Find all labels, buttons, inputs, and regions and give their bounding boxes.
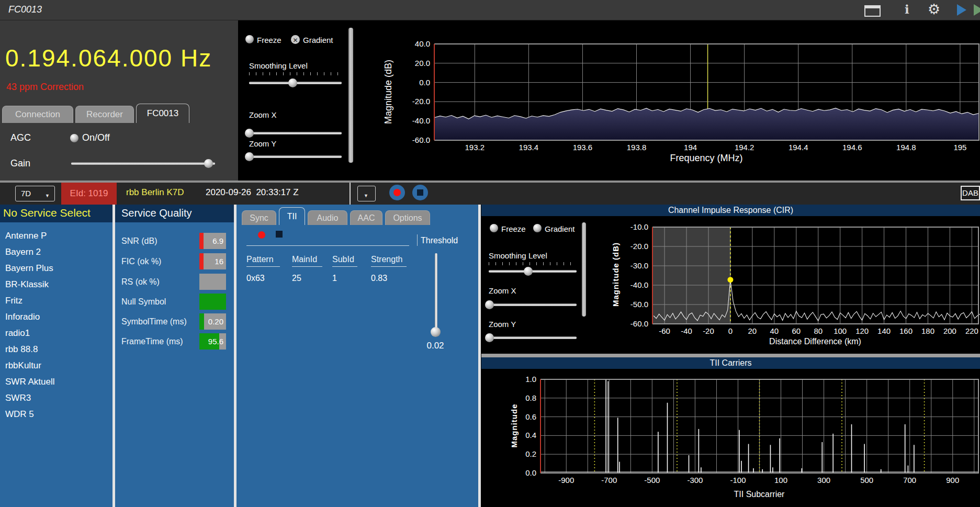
threshold-divider	[417, 234, 418, 246]
station-list: Antenne PBayern 2Bayern PlusBR-KlassikFr…	[0, 222, 112, 507]
station-item[interactable]: rbb 88.8	[0, 341, 112, 357]
station-item[interactable]: rbbKultur	[0, 357, 112, 374]
gain-label: Gain	[10, 158, 30, 169]
x-tick-label: -60	[659, 326, 670, 335]
cir-y-axis-label: Magnitude (dB)	[611, 228, 620, 322]
quality-metric-bar-fill	[199, 313, 204, 330]
quality-metric-bar: 16	[199, 253, 226, 269]
mode-badge: DAB	[961, 186, 980, 200]
zoom-y-slider[interactable]	[249, 155, 342, 158]
zoom-x-slider[interactable]	[249, 132, 342, 134]
tab-sync[interactable]: Sync	[242, 210, 276, 225]
x-tick-label: 194.4	[788, 143, 808, 152]
tii-svg: 1.00.80.60.40.20.0-900-700-500-300-10010…	[481, 369, 980, 507]
table-header-pattern: Pattern	[246, 255, 280, 267]
gradient-checkbox-checked[interactable]	[291, 35, 300, 44]
play-icon-blue[interactable]	[957, 4, 966, 16]
channel-dropdown[interactable]: 7D	[15, 186, 55, 201]
x-tick-label: 700	[903, 476, 916, 485]
threshold-slider[interactable]	[435, 253, 437, 332]
frontend-chart-controls: Freeze Gradient Smoothing Level Zoom X Z…	[238, 20, 356, 181]
y-tick-label: -40.0	[630, 280, 648, 289]
settings-gear-icon[interactable]	[928, 1, 940, 18]
stop-button[interactable]	[412, 185, 428, 200]
tab-audio[interactable]: Audio	[308, 210, 347, 225]
zoom-x-slider-knob[interactable]	[245, 129, 254, 138]
tab-aac[interactable]: AAC	[350, 210, 382, 225]
station-item[interactable]: Bayern 2	[0, 244, 112, 260]
quality-metric-value: 6.9	[212, 233, 223, 249]
station-item[interactable]: Antenne P	[0, 228, 112, 244]
station-item[interactable]: WDR 5	[0, 406, 112, 422]
quality-metric-value: 16	[215, 253, 223, 269]
ensemble-name: rbb Berlin K7D	[126, 181, 184, 205]
x-tick-label: -300	[687, 476, 703, 485]
record-options-dropdown[interactable]	[357, 186, 376, 201]
y-tick-label: 0.0	[525, 468, 536, 477]
stop-indicator-icon[interactable]	[276, 231, 283, 238]
y-tick-label: -20.0	[630, 242, 648, 251]
tab-recorder[interactable]: Recorder	[75, 106, 134, 123]
station-item[interactable]: SWR Aktuell	[0, 374, 112, 390]
y-tick-label: 40.0	[415, 39, 430, 48]
tab-options[interactable]: Options	[385, 210, 430, 225]
gain-slider-knob[interactable]	[204, 159, 213, 168]
window-icon[interactable]	[864, 5, 881, 17]
tii-carriers-chart[interactable]: 1.00.80.60.40.20.0-900-700-500-300-10010…	[481, 369, 980, 507]
cir-x-axis-label: Distance Difference (km)	[763, 337, 868, 346]
station-item[interactable]: Fritz	[0, 292, 112, 309]
quality-metric-bar: 95.6	[199, 333, 226, 350]
x-tick-label: 900	[946, 476, 959, 485]
frontend-controls-scrollbar[interactable]	[348, 28, 353, 163]
station-item[interactable]: SWR3	[0, 390, 112, 406]
y-tick-label: -50.0	[630, 300, 648, 309]
agc-label: AGC	[10, 132, 31, 143]
x-tick-label: 140	[877, 326, 891, 335]
smoothing-slider-knob[interactable]	[288, 78, 297, 87]
agc-radio[interactable]	[70, 134, 78, 142]
tab-tii[interactable]: TII	[279, 207, 305, 225]
section-splitter-handle[interactable]	[481, 354, 980, 357]
ensemble-bar-divider	[350, 183, 351, 205]
x-tick-label: 160	[899, 326, 913, 335]
ensemble-bar: 7D EId: 1019 rbb Berlin K7D 2020-09-26 2…	[0, 181, 980, 205]
tab-fc0013[interactable]: FC0013	[136, 104, 189, 123]
cir-svg: -10.0-20.0-30.0-40.0-50.0-60.0-60-40-200…	[481, 216, 980, 354]
quality-metric-label: FIC (ok %)	[121, 253, 161, 269]
station-item[interactable]: Inforadio	[0, 309, 112, 325]
separator-line	[246, 245, 409, 246]
gain-slider[interactable]	[71, 162, 215, 165]
station-item[interactable]: radio1	[0, 325, 112, 341]
play-icon-green[interactable]	[974, 4, 980, 16]
zoom-y-slider-knob[interactable]	[245, 152, 254, 161]
x-tick-label: 194.8	[896, 143, 916, 152]
station-item[interactable]: Bayern Plus	[0, 260, 112, 276]
detail-tab-bar: SyncTIIAudioAACOptions	[242, 207, 430, 225]
tuned-frequency: 0.194.064.000 Hz	[5, 44, 212, 72]
freeze-radio[interactable]	[245, 35, 254, 43]
threshold-slider-knob[interactable]	[431, 327, 441, 337]
y-tick-label: 20.0	[415, 59, 430, 67]
record-button[interactable]	[389, 185, 405, 200]
tab-connection[interactable]: Connection	[2, 106, 73, 123]
x-tick-label: 200	[943, 326, 956, 335]
x-tick-label: -700	[601, 476, 617, 485]
x-tick-label: 40	[770, 326, 779, 335]
quality-metric-bar	[199, 294, 226, 310]
x-tick-label: 193.2	[465, 143, 485, 152]
x-tick-label: -20	[703, 326, 714, 335]
station-list-header-band: No Service Select	[0, 205, 112, 222]
chevron-down-icon	[364, 190, 368, 199]
y-tick-label: 1.0	[525, 375, 536, 384]
info-icon[interactable]	[905, 3, 909, 17]
x-tick-label: 100	[774, 476, 787, 485]
record-indicator-icon[interactable]	[258, 231, 265, 239]
quality-metric-value: 0.20	[208, 313, 223, 330]
cir-chart[interactable]: -10.0-20.0-30.0-40.0-50.0-60.0-60-40-200…	[481, 216, 980, 354]
quality-metric-bar: 0.20	[199, 313, 226, 330]
quality-metric-bar	[199, 274, 226, 290]
station-item[interactable]: BR-Klassik	[0, 276, 112, 292]
window-icon-titlebar	[865, 6, 880, 9]
trace-fill	[434, 108, 979, 140]
x-tick-label: -900	[558, 476, 574, 485]
